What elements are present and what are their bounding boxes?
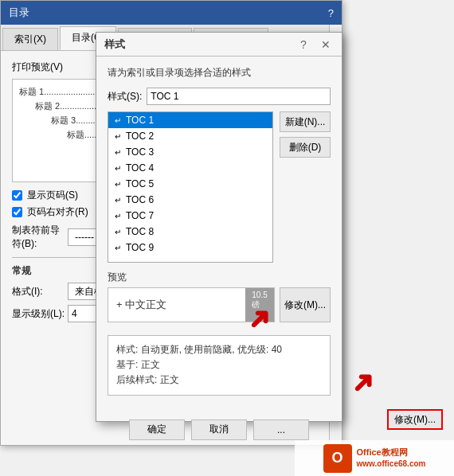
- style-list-item-1[interactable]: ↵ TOC 1: [108, 112, 272, 128]
- style-list-item-8[interactable]: ↵ TOC 8: [108, 224, 272, 240]
- desc-line-1: 样式: 自动更新, 使用前隐藏, 优先级: 40: [116, 342, 322, 357]
- style-name-4: TOC 4: [126, 162, 154, 174]
- style-list-item-4[interactable]: ↵ TOC 4: [108, 160, 272, 176]
- style-name-2: TOC 2: [126, 131, 154, 142]
- modal-titlebar: 样式 ? ✕: [96, 33, 342, 57]
- right-align-checkbox[interactable]: [12, 207, 22, 217]
- style-list-item-3[interactable]: ↵ TOC 3: [108, 144, 272, 160]
- office-icon: O: [323, 444, 352, 473]
- show-page-num-checkbox[interactable]: [12, 190, 22, 201]
- arrow-icon-9: ↵: [115, 244, 121, 252]
- style-modal: 样式 ? ✕ 请为索引或目录项选择合适的样式 样式(S): ↵ TOC 1 ↵ …: [96, 32, 342, 422]
- style-name-8: TOC 8: [126, 226, 154, 237]
- office-icon-text: O: [332, 450, 343, 466]
- preview-box: + 中文正文 10.5磅: [108, 287, 275, 322]
- watermark: O Office教程网 www.office68.com: [295, 440, 454, 476]
- arrow-icon-8: ↵: [115, 228, 121, 236]
- red-arrow-2: ➜: [342, 363, 383, 404]
- arrow-icon-1: ↵: [115, 116, 121, 125]
- format-label: 格式(I):: [12, 285, 68, 298]
- modal-title: 样式: [104, 37, 125, 52]
- cancel-button[interactable]: 取消: [191, 419, 247, 440]
- desc-line-2: 基于: 正文: [116, 357, 322, 373]
- style-list: ↵ TOC 1 ↵ TOC 2 ↵ TOC 3 ↵ TOC 4 ↵ TOC: [108, 111, 273, 263]
- bottom-right-modify-button[interactable]: 修改(M)...: [387, 409, 443, 430]
- arrow-icon-2: ↵: [115, 132, 121, 141]
- watermark-text: Office教程网 www.office68.com: [357, 447, 426, 470]
- style-name-1: TOC 1: [126, 115, 154, 126]
- right-align-label: 页码右对齐(R): [27, 205, 88, 219]
- preview-section-label: 预览: [108, 271, 331, 284]
- more-button[interactable]: ...: [253, 419, 309, 440]
- preview-modify-button[interactable]: 修改(M)...: [280, 287, 331, 322]
- style-list-item-7[interactable]: ↵ TOC 7: [108, 208, 272, 224]
- delete-style-button[interactable]: 删除(D): [280, 137, 331, 158]
- confirm-button[interactable]: 确定: [129, 419, 185, 440]
- desc-line-3: 后续样式: 正文: [116, 373, 322, 388]
- preview-size-text: 10.5磅: [252, 291, 267, 310]
- style-name-9: TOC 9: [126, 242, 154, 253]
- titlebar-icons: ? ✕: [295, 37, 334, 53]
- preview-text: + 中文正文: [108, 293, 245, 317]
- modal-content: 请为索引或目录项选择合适的样式 样式(S): ↵ TOC 1 ↵ TOC 2 ↵…: [96, 57, 342, 413]
- modal-instruction: 请为索引或目录项选择合适的样式: [108, 66, 331, 80]
- style-list-item-9[interactable]: ↵ TOC 9: [108, 240, 272, 256]
- watermark-line1: Office教程网: [357, 447, 426, 458]
- style-list-item-6[interactable]: ↵ TOC 6: [108, 192, 272, 208]
- arrow-icon-5: ↵: [115, 180, 121, 189]
- bg-help-icon[interactable]: ?: [328, 7, 334, 19]
- style-name-3: TOC 3: [126, 146, 154, 158]
- modal-help-icon[interactable]: ?: [295, 37, 311, 53]
- bg-titlebar: 目录 ?: [1, 1, 342, 25]
- new-style-button[interactable]: 新建(N)...: [280, 111, 331, 132]
- arrow-icon-4: ↵: [115, 164, 121, 173]
- style-input-label: 样式(S):: [108, 90, 142, 103]
- preview-row: + 中文正文 10.5磅 修改(M)...: [108, 287, 331, 329]
- style-list-container: ↵ TOC 1 ↵ TOC 2 ↵ TOC 3 ↵ TOC 4 ↵ TOC: [108, 111, 331, 263]
- style-name-6: TOC 6: [126, 194, 154, 205]
- style-input-row: 样式(S):: [108, 88, 331, 105]
- arrow-icon-6: ↵: [115, 196, 121, 205]
- level-label: 显示级别(L):: [12, 307, 68, 321]
- bg-title: 目录: [9, 6, 29, 20]
- style-name-7: TOC 7: [126, 210, 154, 221]
- tab-leader-label: 制表符前导符(B):: [12, 224, 68, 251]
- preview-size-badge: 10.5磅: [245, 288, 274, 322]
- style-input[interactable]: [147, 88, 331, 105]
- style-list-item-2[interactable]: ↵ TOC 2: [108, 128, 272, 144]
- description-box: 样式: 自动更新, 使用前隐藏, 优先级: 40 基于: 正文 后续样式: 正文: [108, 335, 331, 396]
- modal-close-icon[interactable]: ✕: [318, 37, 334, 53]
- tab-index[interactable]: 索引(X): [2, 28, 58, 50]
- arrow-icon-3: ↵: [115, 148, 121, 157]
- show-page-num-label: 显示页码(S): [27, 189, 78, 202]
- style-name-5: TOC 5: [126, 178, 154, 189]
- modal-action-buttons: 新建(N)... 删除(D): [280, 111, 331, 263]
- watermark-line2: www.office68.com: [357, 458, 426, 470]
- arrow-icon-7: ↵: [115, 212, 121, 220]
- style-list-item-5[interactable]: ↵ TOC 5: [108, 176, 272, 192]
